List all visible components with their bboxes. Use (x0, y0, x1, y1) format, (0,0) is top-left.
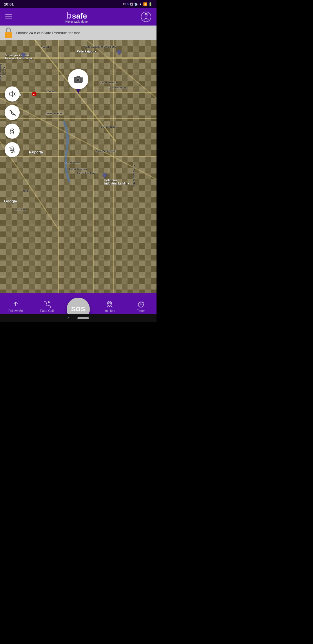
nav-follow-me[interactable]: Follow Me (0, 300, 31, 312)
fake-call-label: Fake Call (40, 309, 54, 312)
map-action-buttons (5, 86, 20, 157)
svg-point-20 (109, 302, 110, 304)
road-h3 (0, 118, 156, 119)
status-time: 10:01 (4, 2, 14, 6)
premium-banner[interactable]: Unlock 24 h of bSafe Premium for free (0, 26, 156, 40)
svg-point-8 (77, 79, 79, 81)
location-button[interactable] (5, 124, 20, 139)
logo-tagline: Never walk alone (65, 20, 88, 23)
profile-icon (142, 13, 150, 21)
road-v1 (58, 40, 59, 293)
map-background: Ecoparque PaiportaPicanya · Punto Limpio… (0, 40, 156, 293)
follow-me-label: Follow Me (8, 309, 23, 312)
system-navigation: ‹ (0, 314, 156, 322)
fake-call-icon (43, 300, 51, 308)
im-here-icon (106, 300, 113, 308)
status-bar: 10:01 ✉ G 🖼 📡 ▲ 📶 🔋 (0, 0, 156, 8)
message-icon: ✉ (123, 2, 125, 6)
road-v2 (93, 40, 94, 293)
follow-me-icon (12, 300, 19, 308)
mute-mic-button[interactable] (5, 142, 20, 157)
nav-im-here[interactable]: I'm Here (94, 300, 125, 312)
home-indicator[interactable] (77, 317, 89, 319)
svg-rect-9 (77, 76, 80, 77)
map-area[interactable]: Ecoparque PaiportaPicanya · Punto Limpio… (0, 40, 156, 293)
metro-pin: m (32, 92, 37, 96)
location-badge-icon (8, 127, 16, 135)
road-v3 (113, 40, 114, 293)
logo-safe: safe (72, 12, 87, 21)
mute-button[interactable] (5, 86, 20, 102)
im-here-label: I'm Here (103, 309, 115, 312)
battery-icon: 🔋 (148, 2, 152, 6)
main-location-pin[interactable] (68, 69, 88, 94)
camera-pin-outer (68, 69, 88, 89)
google-icon: G (127, 3, 129, 6)
road-h4 (0, 156, 156, 157)
pin-stem (76, 89, 80, 94)
signal-icon: 📶 (143, 2, 147, 6)
lock-icon (4, 28, 13, 38)
cast-icon: 📡 (134, 3, 138, 6)
sos-label: SOS (71, 305, 85, 313)
profile-button[interactable] (141, 12, 151, 22)
logo-b: b (66, 11, 72, 20)
svg-point-15 (12, 130, 13, 131)
phone-slash-icon (8, 109, 16, 116)
timer-icon (137, 300, 145, 308)
camera-icon (74, 75, 83, 83)
mic-mute-icon (8, 146, 16, 153)
wifi-icon: ▲ (139, 2, 142, 6)
app-header: b safe Never walk alone (0, 8, 156, 26)
svg-point-10 (81, 77, 82, 78)
status-icons: ✉ G 🖼 📡 ▲ 📶 🔋 (123, 2, 152, 6)
premium-text: Unlock 24 h of bSafe Premium for free (16, 31, 80, 35)
photo-icon: 🖼 (130, 2, 133, 6)
timer-label: Timer (137, 309, 145, 312)
nav-timer[interactable]: Timer (125, 300, 156, 312)
menu-button[interactable] (5, 15, 12, 19)
hide-location-button[interactable] (5, 105, 20, 120)
back-button[interactable]: ‹ (68, 316, 69, 320)
nav-fake-call[interactable]: Fake Call (31, 300, 63, 312)
app-logo: b safe Never walk alone (65, 11, 88, 23)
mute-icon (8, 90, 16, 98)
